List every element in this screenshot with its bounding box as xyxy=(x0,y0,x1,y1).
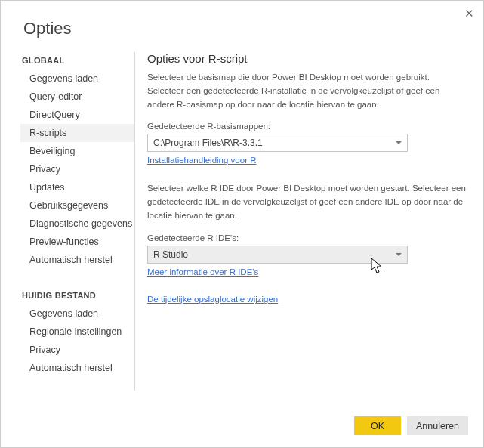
sidebar-item-preview-functies[interactable]: Preview-functies xyxy=(20,233,134,251)
sidebar-item-privacy[interactable]: Privacy xyxy=(20,160,134,178)
dialog-footer: OK Annuleren xyxy=(354,416,468,435)
sidebar-item-file-auto-herstel[interactable]: Automatisch herstel xyxy=(20,359,134,377)
sidebar-item-file-privacy[interactable]: Privacy xyxy=(20,341,134,359)
sidebar-section-global: GLOBAAL xyxy=(20,52,134,70)
sidebar-item-query-editor[interactable]: Query-editor xyxy=(20,88,134,106)
detected-ides-label: Gedetecteerde R IDE's: xyxy=(147,233,467,243)
ide-intro-text: Selecteer welke R IDE door Power BI Desk… xyxy=(147,182,467,222)
sidebar-item-r-scripts[interactable]: R-scripts xyxy=(20,124,134,142)
detected-dirs-label: Gedetecteerde R-basismappen: xyxy=(147,122,467,131)
dialog-title: Opties xyxy=(1,1,483,52)
sidebar: GLOBAAL Gegevens laden Query-editor Dire… xyxy=(20,52,135,391)
sidebar-item-file-gegevens-laden[interactable]: Gegevens laden xyxy=(20,304,134,323)
sidebar-item-auto-herstel[interactable]: Automatisch herstel xyxy=(20,251,134,269)
sidebar-section-file: HUIDIG BESTAND xyxy=(20,287,134,304)
sidebar-item-diagnostische[interactable]: Diagnostische gegevens xyxy=(20,215,134,233)
detected-dirs-value: C:\Program Files\R\R-3.3.1 xyxy=(153,137,263,148)
sidebar-item-directquery[interactable]: DirectQuery xyxy=(20,106,134,124)
sidebar-item-beveiliging[interactable]: Beveiliging xyxy=(20,142,134,160)
detected-dirs-select[interactable]: C:\Program Files\R\R-3.3.1 xyxy=(147,134,408,152)
content-heading: Opties voor R-script xyxy=(147,52,467,65)
detected-ides-value: R Studio xyxy=(153,249,188,260)
install-guide-link[interactable]: Installatiehandleiding voor R xyxy=(147,156,256,165)
ide-info-link[interactable]: Meer informatie over R IDE's xyxy=(147,267,258,277)
chevron-down-icon xyxy=(396,253,402,256)
sidebar-item-updates[interactable]: Updates xyxy=(20,178,134,196)
sidebar-item-regionale[interactable]: Regionale instellingen xyxy=(20,323,134,341)
temp-storage-link[interactable]: De tijdelijke opslaglocatie wijzigen xyxy=(147,295,278,304)
ok-button[interactable]: OK xyxy=(354,416,401,435)
chevron-down-icon xyxy=(396,141,402,144)
close-icon[interactable]: ✕ xyxy=(464,7,474,20)
detected-ides-select[interactable]: R Studio xyxy=(147,246,408,264)
options-dialog: ✕ Opties GLOBAAL Gegevens laden Query-ed… xyxy=(0,0,484,448)
sidebar-item-gegevens-laden[interactable]: Gegevens laden xyxy=(20,70,134,88)
cancel-button[interactable]: Annuleren xyxy=(407,416,468,435)
content-pane: Opties voor R-script Selecteer de basism… xyxy=(135,52,483,391)
sidebar-item-gebruiksgegevens[interactable]: Gebruiksgegevens xyxy=(20,196,134,215)
intro-text: Selecteer de basismap die door Power BI … xyxy=(147,71,467,111)
